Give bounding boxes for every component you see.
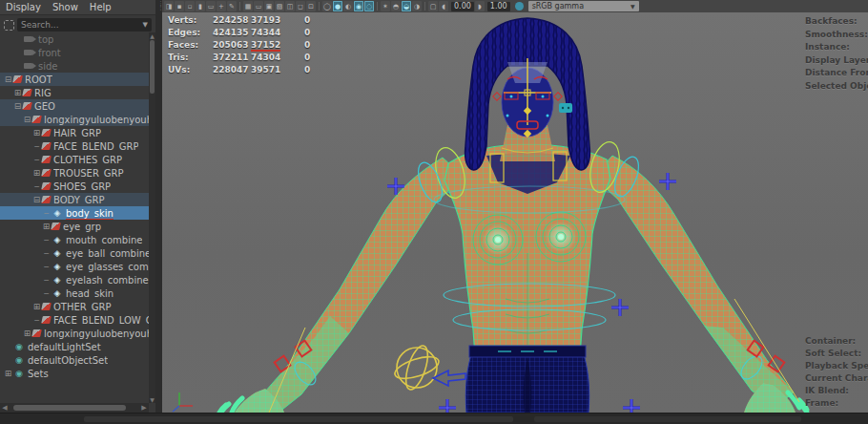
viewport-canvas[interactable]: Verts:224258371930Edges:424135743440Face…	[162, 12, 868, 413]
view-axis-gizmo	[173, 392, 193, 412]
outliner-panel: Display Show Help ▼ topfrontside⊟ROOT⊞RI…	[0, 0, 155, 413]
viewport-panel: ◨▪▫▮▭+✎▦▭▣▧◫◻⊡◯●◐◉◌✶◓◒◑▢ ◖ 0.00 ◗ 1.00 s…	[162, 0, 868, 413]
outliner-item-body_skin[interactable]: ‒◈body_skin	[0, 206, 149, 220]
outliner-item-mouth_combine[interactable]: ‒◈mouth_combine	[0, 233, 149, 246]
transform-icon	[12, 75, 23, 83]
outliner-item-side[interactable]: side	[0, 59, 149, 73]
camera-attributes-icon[interactable]: ▫	[185, 1, 195, 11]
outliner-item-front[interactable]: front	[0, 46, 149, 59]
bookmark-icon[interactable]: ▮	[196, 1, 205, 11]
mesh-icon: ◈	[52, 288, 63, 298]
rotate-gyro-control[interactable]	[392, 343, 441, 392]
safe-action-icon[interactable]: ◫	[285, 1, 295, 11]
outliner-item-Sets[interactable]: ⊞◉Sets	[0, 367, 149, 380]
shaded-icon[interactable]: ●	[333, 1, 342, 11]
wire-on-shaded-icon[interactable]: ◉	[354, 1, 363, 11]
expand-icon[interactable]: ⊞	[3, 369, 13, 378]
panel-separator[interactable]: ⋮⋮	[155, 0, 162, 413]
textured-icon[interactable]: ◐	[343, 1, 353, 11]
outliner-item-FACE_BLEND_GRP[interactable]: ‒FACE_BLEND_GRP	[0, 139, 149, 153]
safe-title-icon[interactable]: ◻	[296, 1, 305, 11]
outliner-vertical-scrollbar[interactable]: ▲ ▼	[149, 32, 155, 403]
outliner-item-CLOTHES_GRP[interactable]: ‒CLOTHES_GRP	[0, 153, 149, 166]
motion-blur-icon[interactable]: ◑	[412, 1, 422, 11]
color-management-icon[interactable]	[515, 2, 524, 11]
outliner-item-OTHER_GRP[interactable]: ⊞OTHER_GRP	[0, 300, 149, 313]
filter-icon[interactable]	[4, 20, 14, 31]
select-camera-icon[interactable]: ◨	[164, 1, 174, 11]
outliner-item-eye_glasses_combine[interactable]: ‒◈eye_glasses_combine	[0, 260, 149, 273]
lighting-all-icon[interactable]: ✶	[381, 1, 390, 11]
outliner-item-eye_grp[interactable]: ⊞eye_grp	[0, 220, 149, 233]
pan-zoom-icon[interactable]: +	[217, 1, 226, 11]
outliner-item-label: top	[38, 34, 53, 45]
poly-count-value: 224258	[213, 15, 249, 25]
outliner-item-label: front	[38, 48, 61, 58]
outliner-item-eyelash_combine[interactable]: ‒◈eyelash_combine	[0, 273, 149, 286]
poly-count-value: 74344	[251, 28, 280, 37]
outliner-item-longxingyuluobenyouhuaban_H[interactable]: ⊟longxingyuluobenyouhuaban_H	[0, 113, 149, 126]
direction-arrow-control[interactable]	[433, 371, 465, 386]
gamma-icon[interactable]: ◗	[475, 1, 485, 11]
image-plane-icon[interactable]: ▭	[206, 1, 216, 11]
menu-display[interactable]: Display	[6, 2, 41, 12]
outliner-item-HAIR_GRP[interactable]: ⊞HAIR_GRP	[0, 126, 149, 139]
scroll-right-icon[interactable]: ▶	[139, 404, 149, 412]
range-slider-right[interactable]	[534, 416, 801, 422]
range-slider[interactable]	[84, 416, 513, 422]
timeline-strip[interactable]	[0, 413, 868, 424]
outliner-item-head_skin[interactable]: ‒◈head_skin	[0, 286, 149, 300]
gamma-field[interactable]: 1.00	[487, 2, 510, 11]
character-left-arm	[258, 158, 464, 413]
outliner-item-FACE_BLEND_LOW_GRP[interactable]: ‒FACE_BLEND_LOW_GRP	[0, 313, 149, 327]
wireframe-icon[interactable]: ◯	[322, 1, 332, 11]
menu-help[interactable]: Help	[90, 2, 112, 12]
outliner-item-longxingyuluobenyouhuaban_L[interactable]: ⊞longxingyuluobenyouhuaban_L	[0, 327, 149, 340]
outliner-item-label: defaultLightSet	[28, 342, 101, 352]
outliner-item-SHOES_GRP[interactable]: ‒SHOES_GRP	[0, 180, 149, 193]
set-icon: ◉	[13, 342, 25, 351]
poly-count-value: 372211	[213, 53, 249, 62]
mesh-icon: ◈	[52, 275, 63, 285]
resolution-gate-icon[interactable]: ▭	[254, 1, 263, 11]
outliner-item-TROUSER_GRP[interactable]: ⊞TROUSER_GRP	[0, 166, 149, 180]
ao-icon[interactable]: ◒	[402, 1, 411, 11]
horizontal-scroll-thumb[interactable]	[13, 405, 126, 411]
search-input[interactable]	[21, 20, 143, 30]
film-gate-icon[interactable]: ▦	[243, 1, 253, 11]
scroll-down-icon[interactable]: ▼	[149, 396, 155, 403]
hud-label: Current Character:	[805, 372, 868, 385]
outliner-item-defaultLightSet[interactable]: ◉defaultLightSet	[0, 340, 149, 353]
exposure-icon[interactable]: ◖	[439, 1, 448, 11]
outliner-item-BODY_GRP[interactable]: ⊟BODY_GRP	[0, 193, 149, 206]
scroll-left-icon[interactable]: ◀	[0, 404, 10, 412]
grease-pencil-icon[interactable]: ✎	[227, 1, 237, 11]
frame-all-icon[interactable]: ⊡	[306, 1, 316, 11]
poly-count-value: 424135	[213, 28, 249, 37]
shadows-icon[interactable]: ◓	[391, 1, 401, 11]
outliner-horizontal-scrollbar[interactable]: ◀ ▶	[0, 403, 149, 413]
vertical-scroll-thumb[interactable]	[150, 40, 155, 94]
viewport-toolbar-icons: ◨▪▫▮▭+✎▦▭▣▧◫◻⊡◯●◐◉◌✶◓◒◑▢	[164, 1, 438, 11]
view-transform-dropdown[interactable]: sRGB gamma ▼	[528, 1, 639, 11]
isolate-select-icon[interactable]: ▢	[428, 1, 438, 11]
outliner-item-label: OTHER_GRP	[53, 302, 112, 312]
outliner-item-defaultObjectSet[interactable]: ◉defaultObjectSet	[0, 353, 149, 367]
outliner-item-RIG[interactable]: ⊞RIG	[0, 86, 149, 99]
outliner-item-top[interactable]: top	[0, 32, 149, 46]
field-chart-icon[interactable]: ▧	[275, 1, 284, 11]
scroll-up-icon[interactable]: ▲	[149, 32, 155, 39]
poly-count-value: 205063	[213, 40, 249, 50]
exposure-field[interactable]: 0.00	[451, 2, 474, 11]
menu-show[interactable]: Show	[52, 2, 78, 12]
outliner-item-GEO[interactable]: ⊟GEO	[0, 99, 149, 113]
transform-icon	[51, 223, 61, 230]
gate-mask-icon[interactable]: ▣	[264, 1, 274, 11]
xray-icon[interactable]: ◌	[364, 1, 374, 11]
camera-lock-icon[interactable]: ▪	[175, 1, 184, 11]
outliner-item-eye_ball_combine[interactable]: ‒◈eye_ball_combine	[0, 246, 149, 260]
transform-icon	[41, 156, 52, 163]
search-options-icon[interactable]: ▼	[143, 22, 148, 29]
poly-count-value: 37152	[251, 40, 280, 50]
outliner-item-ROOT[interactable]: ⊟ROOT	[0, 73, 149, 86]
